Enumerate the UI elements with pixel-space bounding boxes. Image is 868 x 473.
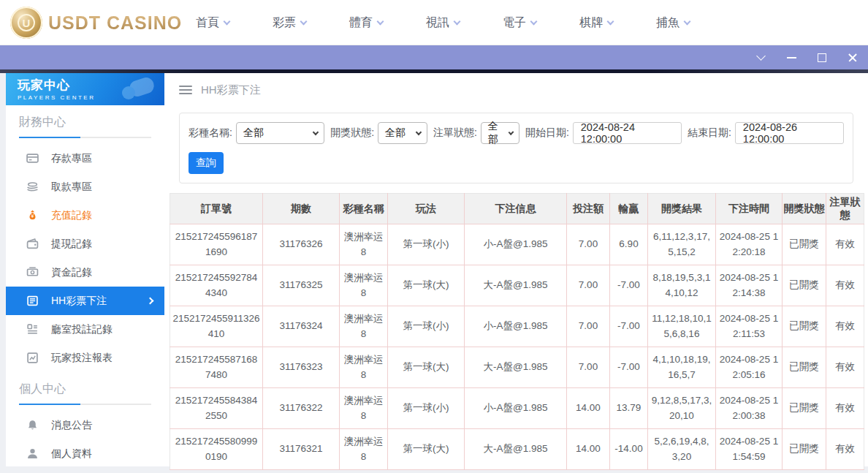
col-lottery-name: 彩種名稱 bbox=[340, 194, 388, 224]
cell-order-status: 有效 bbox=[826, 306, 864, 347]
col-bet-amount: 投注額 bbox=[567, 194, 610, 224]
logo-u-letter: U bbox=[18, 14, 35, 31]
lottery-name-label: 彩種名稱: bbox=[189, 126, 232, 140]
chevron-down-icon bbox=[313, 129, 319, 135]
nav-item-sports[interactable]: 體育 bbox=[349, 15, 383, 31]
nav-label: 首頁 bbox=[196, 15, 219, 31]
nav-label: 視訊 bbox=[426, 15, 449, 31]
cell-draw-result: 11,12,18,10,15,6,8,16 bbox=[648, 306, 716, 347]
cell-bet-time: 2024-08-25 11:54:59 bbox=[716, 429, 783, 470]
nav-item-video[interactable]: 視訊 bbox=[426, 15, 460, 31]
cell-bet-time: 2024-08-25 12:14:38 bbox=[716, 265, 783, 306]
minimize-button[interactable] bbox=[783, 50, 799, 66]
close-button[interactable] bbox=[845, 50, 861, 66]
sidebar: 玩家中心 PLAYERS CENTER 財務中心 存款專區 取款專區 ¥ 充值記… bbox=[6, 73, 164, 466]
hall-bets-icon bbox=[26, 323, 39, 336]
close-icon bbox=[848, 53, 858, 63]
cell-bet-amount: 7.00 bbox=[567, 347, 610, 388]
col-order-status: 注單狀態 bbox=[826, 194, 864, 224]
sidebar-item-cashout-record[interactable]: 提現記錄 bbox=[6, 230, 164, 258]
sidebar-item-label: 存款專區 bbox=[51, 152, 92, 165]
cell-bet-time: 2024-08-25 12:20:18 bbox=[716, 224, 783, 265]
nav-item-cards[interactable]: 棋牌 bbox=[579, 15, 613, 31]
page-title: HH彩票下注 bbox=[201, 83, 261, 97]
table-row: 2152172455809990190 31176321 澳洲幸运8 第一球(大… bbox=[170, 429, 864, 470]
cell-bet-amount: 7.00 bbox=[567, 224, 610, 265]
hamburger-menu-icon[interactable] bbox=[179, 86, 192, 94]
table-header-row: 訂單號 期數 彩種名稱 玩法 下注信息 投注額 輸贏 開獎結果 下注時間 開獎狀… bbox=[170, 194, 864, 224]
filter-panel: 彩種名稱: 全部 開獎狀態: 全部 注單狀態: 全部 開始日期: 2024-08… bbox=[179, 113, 853, 183]
cell-bet-amount: 14.00 bbox=[567, 429, 610, 470]
logo-text: USDT CASINO bbox=[48, 12, 182, 34]
cell-win-loss: -7.00 bbox=[610, 347, 648, 388]
sidebar-item-hh-lottery-bets[interactable]: HH彩票下注 bbox=[6, 287, 164, 315]
cell-play-type: 第一球(大) bbox=[388, 265, 465, 306]
funds-record-icon bbox=[26, 266, 39, 279]
sidebar-item-recharge-record[interactable]: ¥ 充值記錄 bbox=[6, 201, 164, 230]
chevron-down-icon bbox=[454, 18, 461, 25]
sidebar-item-label: 資金記錄 bbox=[51, 266, 92, 279]
cell-win-loss: -7.00 bbox=[610, 306, 648, 347]
cell-draw-result: 5,2,6,19,4,8,3,20 bbox=[648, 429, 716, 470]
lottery-bets-icon bbox=[26, 295, 39, 307]
section-title: 個人中心 bbox=[19, 382, 151, 397]
sidebar-item-announcements[interactable]: 消息公告 bbox=[6, 411, 164, 439]
sidebar-item-player-bet-report[interactable]: 玩家投注報表 bbox=[6, 344, 164, 372]
top-nav: 首頁 彩票 體育 視訊 電子 棋牌 捕魚 bbox=[196, 0, 690, 45]
cell-bet-time: 2024-08-25 12:11:53 bbox=[716, 306, 783, 347]
order-status-label: 注單狀態: bbox=[433, 126, 477, 140]
sidebar-item-label: 提現記錄 bbox=[51, 238, 92, 251]
cell-order-id: 2152172455961871690 bbox=[170, 224, 263, 265]
end-date-input[interactable]: 2024-08-26 12:00:00 bbox=[735, 122, 844, 144]
person-icon bbox=[26, 447, 39, 460]
col-bet-info: 下注信息 bbox=[465, 194, 567, 224]
nav-item-lottery[interactable]: 彩票 bbox=[273, 15, 306, 31]
col-order-id: 訂單號 bbox=[170, 194, 263, 224]
cell-period: 31176322 bbox=[263, 388, 340, 429]
cell-lottery-name: 澳洲幸运8 bbox=[340, 265, 388, 306]
sidebar-item-deposit[interactable]: 存款專區 bbox=[6, 144, 164, 173]
cell-play-type: 第一球(小) bbox=[388, 306, 465, 347]
cell-lottery-name: 澳洲幸运8 bbox=[340, 306, 388, 347]
table-row: 2152172455961871690 31176326 澳洲幸运8 第一球(小… bbox=[170, 224, 864, 265]
draw-status-select[interactable]: 全部 bbox=[378, 122, 427, 144]
sidebar-item-withdraw[interactable]: 取款專區 bbox=[6, 173, 164, 201]
cell-order-id: 2152172455843842550 bbox=[170, 388, 263, 429]
sidebar-item-hall-bet-record[interactable]: 廳室投註記錄 bbox=[6, 315, 164, 344]
nav-item-home[interactable]: 首頁 bbox=[196, 15, 229, 31]
window-controls bbox=[753, 45, 861, 69]
sidebar-item-profile[interactable]: 個人資料 bbox=[6, 439, 164, 468]
cell-draw-status: 已開獎 bbox=[783, 265, 826, 306]
section-underline bbox=[19, 404, 151, 405]
minimize-icon bbox=[787, 57, 796, 58]
collapse-button[interactable] bbox=[753, 50, 769, 66]
logo[interactable]: U USDT CASINO bbox=[10, 6, 182, 39]
nav-item-slots[interactable]: 電子 bbox=[503, 15, 536, 31]
filter-row: 彩種名稱: 全部 開獎狀態: 全部 注單狀態: 全部 開始日期: 2024-08… bbox=[189, 122, 844, 144]
sidebar-item-funds-record[interactable]: 資金記錄 bbox=[6, 258, 164, 287]
gamepad-icon bbox=[113, 77, 154, 101]
main-content: HH彩票下注 彩種名稱: 全部 開獎狀態: 全部 注單狀態: 全部 開始日期: … bbox=[164, 73, 868, 466]
select-value: 全部 bbox=[243, 126, 264, 140]
breadcrumb: HH彩票下注 bbox=[164, 73, 868, 107]
nav-item-fishing[interactable]: 捕魚 bbox=[656, 15, 690, 31]
cashout-record-icon bbox=[26, 238, 39, 250]
cell-order-status: 有效 bbox=[826, 265, 864, 306]
top-header: U USDT CASINO 首頁 彩票 體育 視訊 電子 棋牌 捕魚 bbox=[0, 0, 868, 45]
order-status-select[interactable]: 全部 bbox=[481, 122, 519, 144]
section-finance-center: 財務中心 bbox=[6, 105, 164, 144]
maximize-button[interactable] bbox=[814, 50, 830, 66]
sidebar-item-label: 玩家投注報表 bbox=[51, 352, 113, 365]
start-date-input[interactable]: 2024-08-24 12:00:00 bbox=[573, 122, 682, 144]
lottery-name-select[interactable]: 全部 bbox=[236, 122, 324, 144]
cell-order-id: 2152172455927844340 bbox=[170, 265, 263, 306]
cell-bet-amount: 7.00 bbox=[567, 306, 610, 347]
cell-bet-time: 2024-08-25 12:05:16 bbox=[716, 347, 783, 388]
logo-coin-icon: U bbox=[10, 7, 42, 39]
search-button[interactable]: 查詢 bbox=[189, 152, 224, 174]
chevron-down-icon bbox=[377, 18, 384, 25]
chevron-down-icon bbox=[300, 18, 308, 25]
section-underline bbox=[19, 137, 151, 138]
cell-bet-info: 小-A盤@1.985 bbox=[465, 224, 567, 265]
cell-lottery-name: 澳洲幸运8 bbox=[340, 388, 388, 429]
